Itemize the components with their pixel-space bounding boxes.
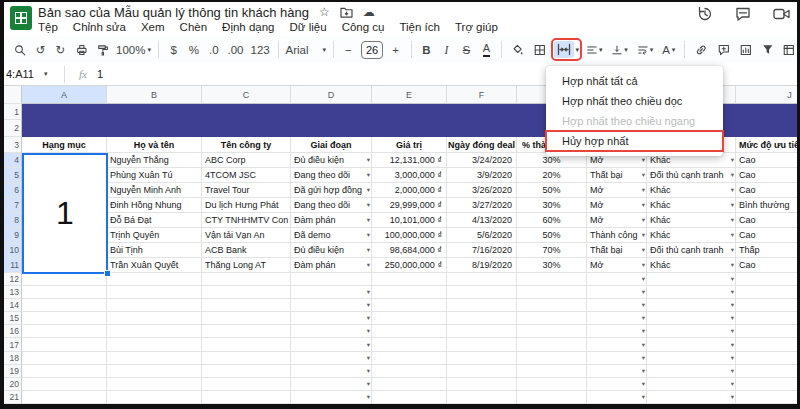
row-header-8[interactable]: 8 (4, 213, 22, 228)
cell[interactable] (22, 391, 107, 404)
column-title-cell[interactable]: Giá trị (372, 137, 447, 153)
cell[interactable]: 70% (517, 243, 587, 258)
cell[interactable] (372, 365, 447, 378)
cell-dropdown-icon[interactable]: ▾ (731, 314, 734, 322)
create-filter-icon[interactable] (760, 40, 776, 60)
cell[interactable]: Đàm phán▾ (291, 213, 372, 228)
cell[interactable] (372, 325, 447, 338)
cell[interactable] (22, 338, 107, 351)
cell[interactable] (107, 286, 202, 299)
cell[interactable] (736, 365, 800, 378)
cell-dropdown-icon[interactable]: ▾ (731, 288, 734, 296)
strikethrough-button[interactable]: S (459, 40, 473, 60)
row-header-21[interactable]: 21 (4, 391, 22, 404)
cell[interactable]: 3/27/2020 (447, 198, 517, 213)
cell[interactable]: Thất bại▾ (587, 243, 647, 258)
column-header-F[interactable]: F (447, 86, 517, 104)
cell[interactable] (736, 273, 800, 286)
menu-help[interactable]: Trợ giúp (455, 21, 498, 35)
row-header-18[interactable]: 18 (4, 352, 22, 365)
cell[interactable] (107, 273, 202, 286)
cell-dropdown-icon[interactable]: ▾ (642, 354, 645, 362)
insert-comment-icon[interactable] (716, 40, 732, 60)
cell-dropdown-icon[interactable]: ▾ (367, 341, 370, 349)
cell-dropdown-icon[interactable]: ▾ (731, 216, 734, 224)
cell[interactable]: Bùi Tịnh (107, 243, 202, 258)
cell[interactable] (736, 338, 800, 351)
cell[interactable]: Cao (736, 228, 800, 243)
cell[interactable] (202, 312, 291, 325)
cell-dropdown-icon[interactable]: ▾ (642, 314, 645, 322)
cell[interactable]: ▾ (587, 378, 647, 391)
cell[interactable]: CTY TNHHMTV Con C (202, 213, 291, 228)
cell[interactable]: 7/16/2020 (447, 243, 517, 258)
pivot-table-icon[interactable] (781, 40, 797, 60)
cell[interactable]: 4/13/2020 (447, 213, 517, 228)
cell[interactable]: Đàm phán▾ (291, 258, 372, 273)
column-title-cell[interactable]: Giai đoạn (291, 137, 372, 153)
cell[interactable]: ▾ (291, 325, 372, 338)
column-header-D[interactable]: D (291, 86, 372, 104)
cell[interactable]: Đang theo dõi▾ (291, 198, 372, 213)
text-wrap-button[interactable]: ▾ (636, 40, 655, 60)
cell[interactable] (22, 378, 107, 391)
cell[interactable]: Mở▾ (587, 213, 647, 228)
cell-dropdown-icon[interactable]: ▾ (367, 201, 370, 209)
cell-dropdown-icon[interactable]: ▾ (731, 354, 734, 362)
menu-tools[interactable]: Công cụ (342, 21, 385, 35)
cell[interactable]: Trịnh Quyên (107, 228, 202, 243)
cell-dropdown-icon[interactable]: ▾ (367, 301, 370, 309)
cell[interactable]: Đang theo dõi▾ (291, 168, 372, 183)
cell[interactable] (22, 365, 107, 378)
cell-dropdown-icon[interactable]: ▾ (367, 380, 370, 388)
selected-merged-cell[interactable]: 1 (22, 153, 108, 274)
cell[interactable]: ▾ (587, 273, 647, 286)
cell[interactable]: 2,000,000 ₫ (372, 183, 447, 198)
cell[interactable]: 250,000,000 ₫ (372, 258, 447, 273)
video-call-icon[interactable] (773, 6, 791, 22)
cell[interactable] (447, 365, 517, 378)
cell-dropdown-icon[interactable]: ▾ (642, 171, 645, 179)
cell[interactable] (372, 352, 447, 365)
cell-dropdown-icon[interactable]: ▾ (642, 156, 645, 164)
fill-color-button[interactable] (510, 40, 526, 60)
cell[interactable] (372, 312, 447, 325)
column-title-cell[interactable]: Mức độ ưu tiên (736, 137, 800, 153)
cell[interactable] (447, 338, 517, 351)
cell-dropdown-icon[interactable]: ▾ (731, 327, 734, 335)
row-header-15[interactable]: 15 (4, 312, 22, 325)
cell[interactable]: Du lịch Hưng Phát (202, 198, 291, 213)
font-select[interactable]: Arial▾ (287, 40, 325, 60)
cell-dropdown-icon[interactable]: ▾ (642, 186, 645, 194)
column-header-C[interactable]: C (202, 86, 291, 104)
cell[interactable] (736, 391, 800, 404)
cell-dropdown-icon[interactable]: ▾ (642, 201, 645, 209)
cell[interactable] (736, 286, 800, 299)
insert-chart-icon[interactable] (738, 40, 754, 60)
cloud-status-icon[interactable]: ☁ (363, 6, 375, 18)
cell[interactable]: Cao (736, 213, 800, 228)
cell[interactable] (447, 352, 517, 365)
cell[interactable] (447, 378, 517, 391)
cell-dropdown-icon[interactable]: ▾ (367, 246, 370, 254)
cell-dropdown-icon[interactable]: ▾ (642, 301, 645, 309)
cell[interactable] (22, 325, 107, 338)
cell[interactable] (372, 299, 447, 312)
menu-format[interactable]: Định dạng (222, 21, 274, 35)
cell-dropdown-icon[interactable]: ▾ (367, 186, 370, 194)
menu-extensions[interactable]: Tiện ích (399, 21, 439, 35)
cell[interactable] (736, 378, 800, 391)
decrease-decimal-button[interactable]: .0 (207, 40, 221, 60)
row-header-9[interactable]: 9 (4, 228, 22, 243)
cell[interactable]: Đã gửi hợp đồng▾ (291, 183, 372, 198)
column-header-A[interactable]: A (22, 86, 107, 104)
cell[interactable]: ▾ (647, 286, 736, 299)
cell[interactable]: ▾ (587, 365, 647, 378)
format-percent-button[interactable]: % (187, 40, 201, 60)
cell[interactable]: Mở▾ (587, 258, 647, 273)
cell[interactable] (22, 312, 107, 325)
menu-item-unmerge[interactable]: Hủy hợp nhất (546, 131, 723, 151)
select-all-corner[interactable] (4, 86, 22, 104)
zoom-select[interactable]: 100%▾ (117, 40, 150, 60)
cell[interactable]: 10,101,000 ₫ (372, 213, 447, 228)
